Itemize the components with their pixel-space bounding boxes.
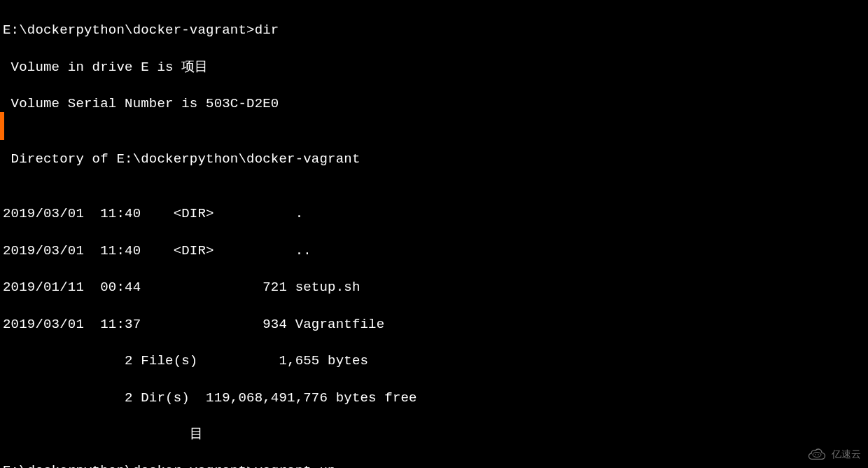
terminal-line: Directory of E:\dockerpython\docker-vagr… <box>3 150 865 168</box>
svg-point-1 <box>815 454 816 455</box>
cloud-icon <box>806 447 827 462</box>
terminal-line: 2 Dir(s) 119,068,491,776 bytes free <box>3 389 865 407</box>
terminal-line: 2019/03/01 11:37 934 Vagrantfile <box>3 315 865 333</box>
terminal-line: Volume Serial Number is 503C-D2E0 <box>3 95 865 113</box>
watermark-text: 亿速云 <box>832 448 861 461</box>
terminal-line: E:\dockerpython\docker-vagrant>vagrant u… <box>3 462 865 468</box>
terminal-output[interactable]: E:\dockerpython\docker-vagrant>dir Volum… <box>0 0 868 468</box>
terminal-line: 2 File(s) 1,655 bytes <box>3 352 865 370</box>
terminal-line: 目 <box>3 425 865 443</box>
terminal-line: Volume in drive E is 项目 <box>3 58 865 76</box>
terminal-line: 2019/03/01 11:40 <DIR> . <box>3 205 865 223</box>
watermark: 亿速云 <box>806 447 861 462</box>
selection-indicator <box>0 112 4 140</box>
terminal-line: 2019/01/11 00:44 721 setup.sh <box>3 278 865 296</box>
svg-point-2 <box>818 454 819 455</box>
terminal-line: 2019/03/01 11:40 <DIR> .. <box>3 242 865 260</box>
terminal-line: E:\dockerpython\docker-vagrant>dir <box>3 21 865 39</box>
svg-point-0 <box>813 453 821 457</box>
